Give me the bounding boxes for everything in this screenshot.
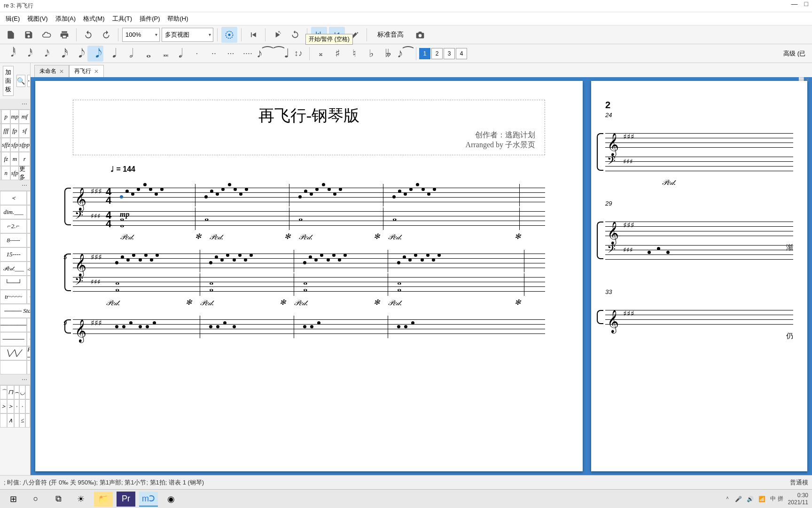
dyn-sfp[interactable]: sfp [10, 138, 19, 152]
note-16th-2[interactable]: 𝅘𝅥𝅯 [54, 46, 70, 62]
save-button[interactable] [21, 27, 37, 43]
voice-4[interactable]: 4 [456, 48, 467, 59]
redo-button[interactable] [98, 27, 114, 43]
obs-icon[interactable]: ◉ [162, 492, 180, 507]
artic-cell[interactable] [0, 413, 7, 428]
tab-zaifeixing[interactable]: 再飞行✕ [69, 65, 104, 77]
dyn-sf[interactable]: sf [19, 124, 30, 138]
artic-turn[interactable]: ◡ [19, 385, 25, 399]
score-arranger[interactable]: Arranged by 子水景页 [83, 140, 535, 150]
cloud-button[interactable] [39, 27, 55, 43]
concert-pitch-button[interactable]: 标准音高 [371, 31, 410, 39]
line-vibrato[interactable]: ╲╱╲╱ [0, 346, 27, 360]
flip-button[interactable]: ↕♪ [290, 46, 306, 62]
line-wavy2[interactable]: ~~~~~ [27, 332, 31, 346]
artic-cell[interactable] [14, 413, 19, 428]
close-icon[interactable]: ✕ [94, 68, 99, 75]
note-dotted-half[interactable]: 𝅗𝅥. [172, 46, 188, 62]
dyn-fz[interactable]: fz [1, 152, 10, 166]
taskview-icon[interactable]: ⧉ [49, 492, 68, 507]
dyn-p[interactable]: p [1, 110, 10, 124]
voice-1[interactable]: 1 [419, 48, 430, 59]
artic-accent2[interactable]: ＞ [7, 399, 14, 413]
viewmode-combo[interactable]: 多页视图 [162, 28, 213, 42]
metronome-button[interactable] [221, 27, 237, 43]
line-8va[interactable]: 8----- [0, 233, 27, 247]
artic-cell[interactable] [25, 399, 30, 413]
weather-icon[interactable]: ☀ [71, 492, 90, 507]
workspace-label[interactable]: 高级 (已 [783, 49, 809, 58]
line-dim[interactable]: ＞ [27, 191, 31, 205]
artic-tenuto[interactable]: ≤ [19, 413, 25, 428]
undo-button[interactable] [80, 27, 96, 43]
lyric-33[interactable]: 仍 [786, 332, 793, 341]
dyn-m[interactable]: m [10, 152, 19, 166]
print-button[interactable] [56, 27, 72, 43]
palette-search[interactable]: 🔍 [16, 75, 25, 87]
voice-2[interactable]: 2 [431, 48, 443, 59]
artic-cell[interactable] [25, 413, 30, 428]
dyn-more[interactable]: 更多 [19, 166, 30, 180]
menu-add[interactable]: 添加(A) [52, 13, 79, 25]
grace-button[interactable]: ♪⁀ [397, 46, 413, 62]
note-quarter[interactable]: 𝅘𝅥 [104, 46, 120, 62]
tray-ime[interactable]: 中 拼 [770, 495, 783, 503]
search-icon[interactable]: ○ [26, 492, 45, 507]
line-dim-text[interactable]: dim.___ [0, 205, 27, 219]
dyn-fff[interactable]: fff [1, 124, 10, 138]
maximize-button[interactable]: □ [804, 0, 808, 8]
artic-fermata[interactable]: ⌒ [0, 385, 7, 399]
note-16th[interactable]: 𝅘𝅥𝅯 [37, 46, 53, 62]
double-flat-button[interactable]: 𝄫 [380, 46, 396, 62]
tray-date[interactable]: 2021/11 [788, 499, 808, 506]
menu-help[interactable]: 帮助(H) [164, 13, 192, 25]
score-composer[interactable]: 创作者：逃跑计划 [83, 130, 535, 140]
natural-button[interactable]: ♮ [346, 46, 362, 62]
tray-mic-icon[interactable]: 🎤 [735, 496, 742, 502]
tray-speaker-icon[interactable]: 🔊 [747, 496, 754, 502]
dot-button[interactable]: · [189, 46, 205, 62]
line-bracket2[interactable]: └──┘ [27, 276, 31, 290]
dyn-sfp2[interactable]: sfp [10, 166, 19, 180]
line-15ma[interactable]: 15---- [0, 247, 27, 262]
artic-marcato[interactable]: ∧ [7, 413, 14, 428]
line-volta2[interactable]: ⌐2.⌐ [0, 219, 27, 233]
music-system-3[interactable]: 𝄞♯♯♯ [73, 319, 545, 338]
tray-time[interactable]: 0:30 [788, 492, 808, 499]
line-22ma[interactable]: 22---- [27, 247, 31, 262]
score-page-1[interactable]: 再飞行-钢琴版 创作者：逃跑计划 Arranged by 子水景页 ♩ = 14… [35, 81, 583, 471]
note-64th[interactable]: 𝅘𝅥𝅱 [3, 46, 19, 62]
artic-staccato[interactable]: · [14, 399, 19, 413]
premiere-icon[interactable]: Pr [117, 492, 135, 507]
play-button[interactable]: ↖ [269, 27, 285, 43]
score-page-2[interactable]: 2 24 𝄞♯♯♯ 𝄢♯♯♯ 𝒫𝑒𝒹. 29 𝄞♯♯♯ 渐 𝄢♯♯♯ [591, 81, 807, 471]
line-ped1[interactable]: 𝒫𝑒𝒹.___ [0, 262, 27, 276]
dyn-sffz[interactable]: sffz [1, 138, 10, 152]
tab-untitled[interactable]: 未命名✕ [34, 65, 69, 77]
note-breve[interactable]: 𝅜 [155, 46, 171, 62]
menu-tools[interactable]: 工具(T) [109, 13, 136, 25]
artic-breath[interactable]: ⌢ [14, 385, 19, 399]
explorer-icon[interactable]: 📁 [94, 492, 113, 507]
double-sharp-button[interactable]: 𝄪 [312, 46, 328, 62]
quad-dot-button[interactable]: ···· [240, 46, 256, 62]
double-dot-button[interactable]: ·· [206, 46, 222, 62]
music-system-p2-1[interactable]: 𝄞♯♯♯ 𝄢♯♯♯ 𝒫𝑒𝒹. [605, 133, 793, 175]
music-system-p2-3[interactable]: 𝄞♯♯♯ 仍 [605, 310, 793, 329]
note-32nd[interactable]: 𝅘𝅥𝅰 [20, 46, 36, 62]
camera-button[interactable] [412, 27, 428, 43]
line-solid[interactable]: ────── [0, 318, 27, 332]
triple-dot-button[interactable]: ··· [223, 46, 239, 62]
menu-view[interactable]: 视图(V) [23, 13, 51, 25]
note-half[interactable]: 𝅗𝅥 [121, 46, 137, 62]
sharp-button[interactable]: ♯ [329, 46, 345, 62]
minimize-button[interactable]: — [791, 0, 798, 8]
artic-header[interactable]: ⋯ [0, 374, 30, 385]
music-system-2[interactable]: 𝄞♯♯♯ 𝄢♯♯♯ [73, 254, 545, 296]
artic-accent[interactable]: ＞ [0, 399, 7, 413]
score-canvas[interactable]: 再飞行-钢琴版 创作者：逃跑计划 Arranged by 子水景页 ♩ = 14… [31, 77, 812, 475]
tray-chevron-icon[interactable]: ＾ [725, 495, 730, 503]
dyn-n[interactable]: n [1, 166, 10, 180]
line-empty[interactable] [0, 360, 27, 374]
voice-3[interactable]: 3 [444, 48, 455, 59]
